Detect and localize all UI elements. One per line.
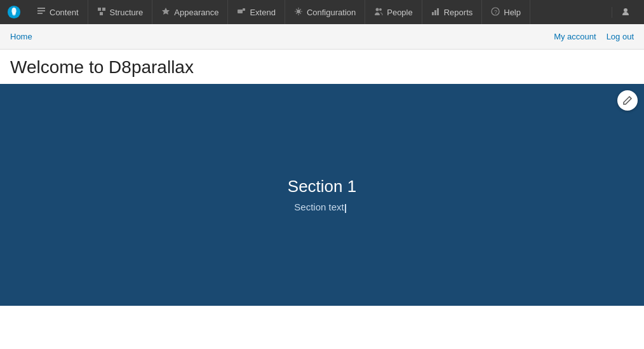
user-icon [621,7,630,18]
svg-rect-5 [37,13,43,14]
svg-rect-9 [238,10,243,13]
home-link[interactable]: Home [10,32,32,41]
toolbar-nav: Content Structure Appearance Extend Conf… [28,0,612,24]
help-icon: ? [491,7,500,18]
nav-people[interactable]: People [365,0,422,24]
svg-rect-10 [243,8,245,11]
drupal-logo[interactable] [0,0,28,24]
nav-help[interactable]: ? Help [482,0,530,24]
svg-point-13 [379,8,382,11]
content-icon [37,7,46,18]
hero-section: Section 1 Section text [0,84,644,306]
svg-rect-7 [102,8,105,11]
svg-point-2 [12,12,16,16]
svg-text:?: ? [494,9,497,15]
page-title-area: Welcome to D8parallax [0,50,644,84]
edit-section-button[interactable] [617,90,638,111]
nav-configuration[interactable]: Configuration [285,0,365,24]
configuration-icon [294,7,303,18]
extend-icon [237,7,246,18]
log-out-link[interactable]: Log out [607,32,634,41]
secondary-bar: Home My account Log out [0,24,644,50]
svg-rect-8 [100,12,103,15]
account-links: My account Log out [554,32,634,41]
structure-icon [97,7,106,18]
admin-toolbar: Content Structure Appearance Extend Conf… [0,0,644,24]
appearance-icon [161,7,170,18]
nav-reports[interactable]: Reports [422,0,483,24]
svg-rect-16 [437,8,439,15]
toolbar-user-menu[interactable] [612,7,639,18]
nav-appearance[interactable]: Appearance [152,0,228,24]
reports-icon [431,7,440,18]
svg-rect-3 [37,8,45,9]
section-text: Section text [294,202,349,212]
svg-point-11 [297,10,300,13]
svg-point-12 [376,8,379,11]
page-title: Welcome to D8parallax [10,57,634,78]
toolbar-right [612,0,644,24]
svg-rect-14 [432,12,434,15]
svg-point-19 [624,8,627,12]
svg-rect-15 [434,10,436,15]
nav-extend[interactable]: Extend [228,0,285,24]
svg-rect-4 [37,10,45,11]
section-title: Section 1 [288,177,356,196]
nav-content[interactable]: Content [28,0,88,24]
cursor [345,204,350,213]
my-account-link[interactable]: My account [554,32,596,41]
svg-rect-6 [98,8,101,11]
people-icon [374,7,383,18]
nav-structure[interactable]: Structure [88,0,153,24]
